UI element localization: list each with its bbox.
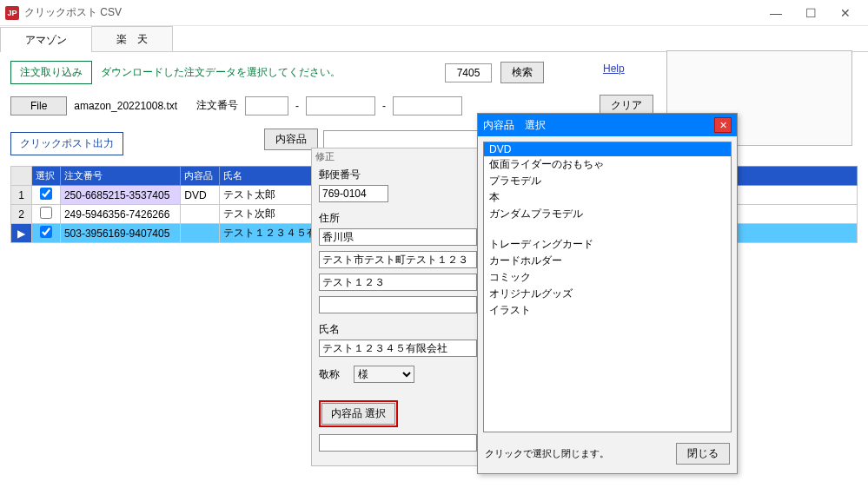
row-select-cell[interactable] — [32, 224, 61, 243]
row-order-no: 503-3956169-9407405 — [60, 224, 180, 243]
col-content[interactable]: 内容品 — [181, 167, 220, 186]
help-link[interactable]: Help — [603, 63, 625, 75]
dialog-title: 内容品 選択 — [483, 118, 714, 133]
address1-input[interactable] — [319, 228, 477, 246]
row-checkbox[interactable] — [40, 226, 52, 238]
app-icon: JP — [5, 6, 19, 20]
content-item-input[interactable] — [323, 130, 480, 149]
file-button[interactable]: File — [10, 96, 67, 115]
row-order-no: 249-5946356-7426266 — [60, 205, 180, 224]
list-item[interactable]: オリジナルグッズ — [484, 286, 731, 302]
dash2: - — [382, 100, 386, 112]
address-label: 住所 — [319, 211, 477, 226]
address3-input[interactable] — [319, 274, 477, 291]
col-select[interactable]: 選択 — [32, 167, 61, 186]
row-content — [181, 205, 220, 224]
list-item[interactable]: イラスト — [484, 302, 731, 319]
address4-input[interactable] — [319, 296, 477, 313]
content-select-button[interactable]: 内容品 選択 — [321, 403, 395, 425]
window-title: クリックポスト CSV — [24, 5, 759, 20]
maximize-button[interactable]: ☐ — [793, 1, 828, 25]
address2-input[interactable] — [319, 251, 477, 268]
row-checkbox[interactable] — [40, 188, 52, 200]
order-no-part3[interactable] — [393, 96, 462, 115]
row-content — [181, 224, 220, 243]
order-no-part1[interactable] — [245, 96, 288, 115]
row-header[interactable]: 2 — [11, 205, 32, 224]
list-item[interactable]: ガンダムプラモデル — [484, 206, 731, 222]
content-list[interactable]: DVD仮面ライダーのおもちゃプラモデル本ガンダムプラモデル トレーディングカード… — [483, 142, 732, 432]
marketplace-tabs: アマゾン 楽 天 — [0, 26, 868, 52]
title-bar: JP クリックポスト CSV — ☐ ✕ — [0, 0, 868, 26]
search-button[interactable]: 検索 — [500, 62, 544, 83]
list-item[interactable]: トレーディングカード — [484, 236, 731, 253]
minimize-button[interactable]: — — [759, 1, 793, 25]
import-instruction: ダウンロードした注文データを選択してください。 — [101, 65, 341, 80]
edit-panel: 修正 郵便番号 住所 氏名 敬称 様 内容品 選択 — [311, 148, 485, 466]
honorific-select[interactable]: 様 — [354, 366, 414, 383]
row-checkbox[interactable] — [40, 207, 52, 219]
clickpost-output-button[interactable]: クリックポスト出力 — [10, 132, 123, 155]
row-header[interactable]: ▶ — [11, 224, 32, 243]
list-item[interactable]: DVD — [484, 142, 731, 156]
tab-rakuten[interactable]: 楽 天 — [91, 26, 173, 51]
search-input[interactable] — [445, 63, 492, 82]
order-no-part2[interactable] — [306, 96, 375, 115]
dialog-note: クリックで選択し閉じます。 — [485, 447, 667, 460]
close-button[interactable]: ✕ — [828, 1, 863, 25]
tab-amazon[interactable]: アマゾン — [0, 27, 92, 52]
order-number-label: 注文番号 — [196, 98, 238, 113]
row-order-no: 250-6685215-3537405 — [60, 186, 180, 205]
dialog-close-button[interactable]: 閉じる — [676, 443, 730, 465]
list-item[interactable]: カードホルダー — [484, 253, 731, 269]
row-select-cell[interactable] — [32, 205, 61, 224]
highlight-frame: 内容品 選択 — [319, 400, 398, 427]
content-selected-input[interactable] — [319, 434, 477, 452]
dialog-titlebar[interactable]: 内容品 選択 ✕ — [478, 114, 737, 136]
edit-panel-title: 修正 — [315, 150, 335, 163]
dash1: - — [295, 100, 299, 112]
list-item[interactable]: 本 — [484, 189, 731, 206]
name-label: 氏名 — [319, 322, 477, 337]
row-select-cell[interactable] — [32, 186, 61, 205]
row-header[interactable]: 1 — [11, 186, 32, 205]
content-select-dialog: 内容品 選択 ✕ DVD仮面ライダーのおもちゃプラモデル本ガンダムプラモデル ト… — [477, 113, 738, 474]
col-order-no[interactable]: 注文番号 — [60, 167, 180, 186]
list-item[interactable]: プラモデル — [484, 173, 731, 189]
table-corner — [11, 167, 32, 186]
loaded-file-name: amazon_20221008.txt — [74, 100, 177, 112]
content-item-button[interactable]: 内容品 — [264, 129, 318, 150]
list-item[interactable]: コミック — [484, 269, 731, 286]
list-item[interactable]: 仮面ライダーのおもちゃ — [484, 156, 731, 173]
import-orders-button[interactable]: 注文取り込み — [10, 61, 92, 84]
dialog-close-icon[interactable]: ✕ — [714, 117, 732, 133]
postal-label: 郵便番号 — [319, 168, 477, 182]
row-content: DVD — [181, 186, 220, 205]
list-item[interactable] — [484, 222, 731, 236]
honorific-label: 敬称 — [319, 367, 340, 382]
name-input[interactable] — [319, 340, 477, 357]
postal-input[interactable] — [319, 185, 388, 202]
